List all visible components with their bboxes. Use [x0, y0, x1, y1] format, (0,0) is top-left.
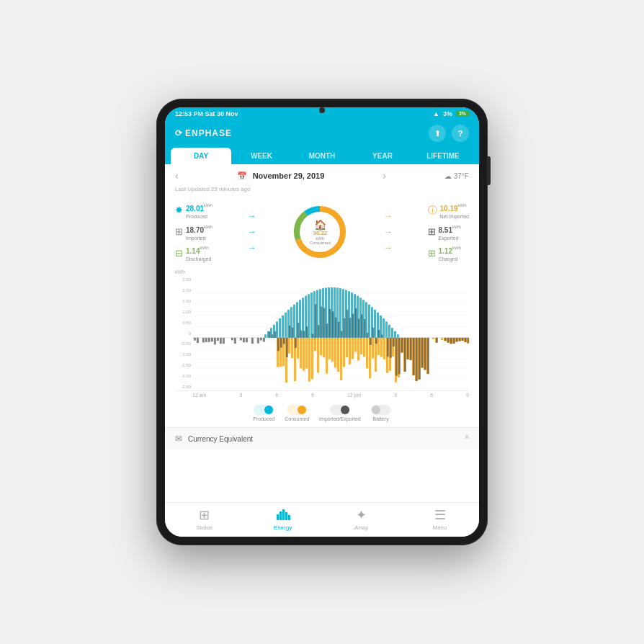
- svg-rect-173: [410, 338, 412, 360]
- svg-rect-181: [421, 338, 424, 368]
- svg-rect-209: [279, 511, 282, 520]
- arrow-net: →: [384, 211, 393, 221]
- svg-rect-74: [310, 292, 313, 338]
- wifi-icon: ▲: [433, 110, 439, 117]
- tablet-screen: 12:53 PM Sat 30 Nov ▲ 3% 3% ⟳ ENPHASE ⬆ …: [165, 107, 479, 537]
- power-button: [488, 156, 491, 185]
- svg-rect-191: [444, 338, 447, 341]
- svg-rect-144: [377, 338, 380, 355]
- svg-rect-140: [374, 310, 376, 338]
- svg-rect-193: [447, 338, 450, 343]
- svg-rect-13: [194, 338, 196, 341]
- imported-stat: ⊞ 18.70kWh Imported: [175, 223, 213, 241]
- charged-values: 1.12kWh Charged: [439, 243, 461, 262]
- consumption-donut: 🏠 38.22 kWh Consumed: [291, 203, 349, 261]
- svg-rect-48: [285, 313, 287, 338]
- svg-rect-31: [263, 338, 265, 342]
- svg-rect-117: [352, 338, 354, 359]
- status-time: 12:53 PM Sat 30 Nov: [175, 110, 238, 117]
- exported-stat: ⊞ 8.51kWh Exported: [428, 223, 469, 241]
- svg-rect-81: [317, 338, 319, 373]
- svg-rect-41: [277, 338, 279, 351]
- svg-rect-87: [323, 338, 325, 357]
- grid-export-icon: ⊞: [428, 226, 436, 237]
- svg-rect-111: [346, 338, 348, 357]
- nav-array[interactable]: ✦ Array: [322, 507, 401, 531]
- energy-icon: [276, 507, 290, 523]
- tablet-device: 12:53 PM Sat 30 Nov ▲ 3% 3% ⟳ ENPHASE ⬆ …: [156, 99, 488, 545]
- arrow-charged: →: [384, 243, 393, 253]
- svg-rect-162: [395, 338, 398, 376]
- nav-status[interactable]: ⊞ Status: [165, 507, 243, 531]
- svg-rect-131: [365, 302, 367, 337]
- svg-rect-44: [280, 338, 282, 348]
- tab-year[interactable]: YEAR: [352, 148, 413, 164]
- net-imported-values: 10.19kWh Net Imported: [440, 201, 469, 220]
- tab-day[interactable]: DAY: [171, 148, 231, 164]
- svg-rect-55: [291, 338, 293, 358]
- svg-rect-102: [337, 338, 339, 372]
- svg-rect-134: [368, 305, 370, 338]
- currency-icon: ✉: [175, 434, 182, 444]
- svg-rect-24: [234, 338, 236, 344]
- svg-rect-136: [370, 338, 372, 345]
- svg-rect-18: [211, 338, 213, 341]
- svg-rect-163: [397, 334, 399, 338]
- svg-rect-84: [320, 338, 322, 355]
- share-button[interactable]: ⬆: [429, 125, 446, 142]
- tab-lifetime[interactable]: LIFETIME: [413, 148, 473, 164]
- y-axis: 2.50 2.00 1.50 1.00 0.50 0 -0.50 -1.00 -…: [175, 276, 191, 390]
- share-icon: ⬆: [434, 129, 441, 138]
- y-axis-label: kWh: [175, 269, 469, 274]
- svg-rect-67: [303, 338, 305, 371]
- status-indicators: ▲ 3% 3%: [433, 110, 469, 117]
- battery-charge-icon: ⊞: [428, 248, 436, 259]
- legend-battery: Battery: [371, 405, 391, 421]
- legend-produced: Produced: [253, 405, 274, 421]
- svg-rect-19: [214, 338, 216, 344]
- x-axis: 12 am 3 6 9 12 pm 3 6 9: [175, 391, 469, 399]
- svg-rect-146: [380, 316, 382, 338]
- net-imported-stat: ⓘ 10.19kWh Net Imported: [428, 201, 469, 220]
- currency-section[interactable]: ✉ Currency Equivalent ^: [165, 427, 479, 450]
- svg-rect-99: [334, 338, 336, 368]
- svg-rect-21: [220, 338, 222, 344]
- tab-month[interactable]: MONTH: [292, 148, 352, 164]
- svg-rect-183: [424, 338, 426, 370]
- stats-right: ⓘ 10.19kWh Net Imported ⊞ 8.51kWh Export…: [428, 201, 469, 262]
- svg-rect-20: [217, 338, 219, 341]
- solar-icon: ✸: [175, 205, 183, 215]
- status-icon: ⊞: [199, 507, 210, 523]
- chart-legend: Produced Consumed Imported/Exported: [165, 399, 479, 427]
- prev-date-button[interactable]: ‹: [175, 170, 179, 182]
- help-icon: ?: [458, 129, 463, 138]
- next-date-button[interactable]: ›: [383, 170, 386, 182]
- svg-rect-25: [240, 338, 242, 341]
- nav-menu[interactable]: ☰ Menu: [401, 507, 479, 531]
- svg-rect-114: [349, 338, 351, 365]
- legend-consumed: Consumed: [285, 405, 309, 421]
- svg-rect-159: [393, 338, 395, 346]
- help-button[interactable]: ?: [452, 125, 469, 142]
- svg-rect-126: [360, 338, 362, 354]
- flow-arrows-right: → → →: [381, 211, 395, 253]
- tab-week[interactable]: WEEK: [231, 148, 292, 164]
- produced-toggle[interactable]: [254, 405, 274, 415]
- logo: ⟳ ENPHASE: [175, 128, 232, 138]
- nav-energy[interactable]: Energy: [243, 507, 322, 531]
- svg-rect-138: [372, 338, 374, 359]
- flow-arrows-left: → → →: [245, 211, 259, 253]
- battery-icon: 3%: [456, 111, 469, 117]
- svg-rect-210: [282, 509, 285, 520]
- header-actions: ⬆ ?: [429, 125, 469, 142]
- svg-rect-73: [308, 338, 310, 382]
- svg-rect-201: [459, 338, 461, 341]
- svg-rect-47: [283, 338, 285, 344]
- arrow-exported: →: [384, 227, 393, 237]
- consumed-toggle[interactable]: [287, 405, 307, 415]
- calendar-icon: 📅: [237, 171, 247, 181]
- svg-rect-59: [295, 338, 297, 348]
- battery-toggle[interactable]: [371, 405, 391, 415]
- svg-rect-142: [375, 338, 377, 344]
- imported-exported-toggle[interactable]: [330, 405, 350, 415]
